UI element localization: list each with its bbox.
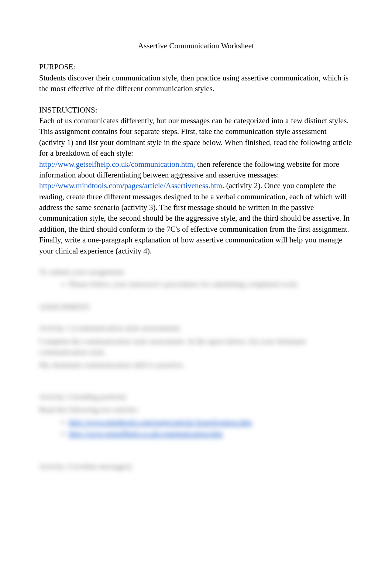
submit-heading: To submit your assignment: — [39, 267, 353, 277]
activity-2-body: Read the following two articles: — [39, 404, 353, 415]
instructions-text-1: Each of us communicates differently, but… — [39, 116, 352, 158]
activity-3-heading: Activity 3 (written messages): — [39, 461, 353, 472]
activity-2-list: http://www.mindtools.com/pages/article/A… — [39, 417, 353, 439]
purpose-heading: PURPOSE: — [39, 62, 353, 72]
mindtools-link[interactable]: http://www.mindtools.com/pages/article/A… — [39, 181, 222, 190]
instructions-text-3: . (activity 2). Once you complete the re… — [39, 181, 350, 255]
instructions-section: INSTRUCTIONS: Each of us communicates di… — [39, 105, 353, 256]
instructions-heading: INSTRUCTIONS: — [39, 105, 353, 115]
activity-1-body: Complete the communication style assessm… — [39, 336, 353, 358]
mindtools-link-2[interactable]: http://www.mindtools.com/pages/article/A… — [69, 418, 252, 427]
blurred-content: To submit your assignment: Please follow… — [39, 267, 353, 472]
document-title: Assertive Communication Worksheet — [39, 41, 353, 51]
purpose-body: Students discover their communication st… — [39, 73, 353, 94]
activity-2-link-item-1: http://www.mindtools.com/pages/article/A… — [69, 417, 353, 428]
instructions-body: Each of us communicates differently, but… — [39, 115, 353, 256]
activity-2-link-item-2: http://www.getselfhelp.co.uk/communicati… — [69, 428, 353, 439]
activity-1-heading: Activity 1 (communication style assessme… — [39, 323, 353, 334]
getselfhelp-link[interactable]: http://www.getselfhelp.co.uk/communicati… — [39, 160, 195, 169]
activity-2-heading: Activity 2 (reading portion): — [39, 392, 353, 402]
activity-1-answer: My dominant communication skill is asser… — [39, 360, 353, 370]
submit-list: Please follow your instructor's procedur… — [39, 279, 353, 290]
submit-item: Please follow your instructor's procedur… — [69, 279, 353, 290]
assignment-heading: ASSIGNMENT: — [39, 302, 353, 313]
submit-section: To submit your assignment: Please follow… — [39, 267, 353, 290]
purpose-section: PURPOSE: Students discover their communi… — [39, 62, 353, 94]
getselfhelp-link-2[interactable]: http://www.getselfhelp.co.uk/communicati… — [69, 429, 223, 438]
